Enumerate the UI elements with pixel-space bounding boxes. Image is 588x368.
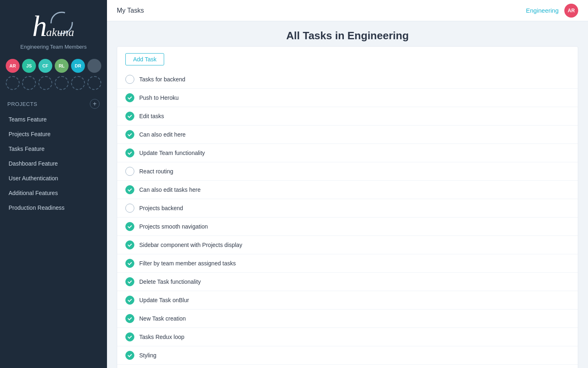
logo-area: h akuna Engineering Team Members	[0, 0, 107, 55]
avatar-empty-2[interactable]	[22, 76, 36, 90]
task-checkbox[interactable]	[125, 222, 134, 231]
task-checkbox[interactable]	[125, 167, 134, 176]
sidebar-item-additional-features[interactable]: Additional Features	[0, 186, 107, 200]
task-checkbox[interactable]	[125, 185, 134, 194]
sidebar-item-projects-feature[interactable]: Projects Feature	[0, 127, 107, 141]
team-label: Engineering Team Members	[20, 43, 87, 51]
avatar-empty-6[interactable]	[87, 76, 101, 90]
task-name: Update Team functionality	[139, 150, 205, 156]
header-title: My Tasks	[117, 7, 144, 14]
task-checkbox[interactable]	[125, 204, 134, 213]
task-item: Styling	[117, 346, 578, 364]
task-checkbox[interactable]	[125, 351, 134, 360]
sidebar: h akuna Engineering Team Members AR JS C…	[0, 0, 107, 368]
sidebar-item-dashboard-feature[interactable]: Dashboard Feature	[0, 156, 107, 171]
task-item: Projects smooth navigation	[117, 217, 578, 236]
avatar-empty-4[interactable]	[55, 76, 69, 90]
task-name: Can also edit here	[139, 131, 186, 138]
task-item: Projects backend	[117, 199, 578, 217]
avatar-ar[interactable]: AR	[6, 59, 20, 73]
task-name: Tasks for backend	[139, 76, 185, 83]
svg-text:akuna: akuna	[46, 26, 74, 38]
page-heading-area: All Tasks in Engineering	[107, 21, 588, 46]
task-item: Filter by team member assigned tasks	[117, 254, 578, 272]
task-checkbox[interactable]	[125, 332, 134, 341]
add-task-button[interactable]: Add Task	[125, 53, 164, 65]
svg-text:h: h	[32, 10, 47, 41]
task-checkbox[interactable]	[125, 277, 134, 286]
task-item: Update Team functionality	[117, 144, 578, 162]
task-checkbox[interactable]	[125, 112, 134, 121]
task-item: Update Task onBlur	[117, 291, 578, 309]
task-checkbox[interactable]	[125, 93, 134, 102]
projects-header: Projects +	[0, 92, 107, 112]
header-team-link[interactable]: Engineering	[526, 7, 559, 14]
task-item: Single page Dashboard	[117, 364, 578, 368]
avatar-empty-1[interactable]	[6, 76, 20, 90]
page-heading: All Tasks in Engineering	[107, 29, 588, 42]
task-checkbox[interactable]	[125, 240, 134, 249]
task-name: New Task creation	[139, 315, 186, 322]
avatars-section: AR JS CF RL DR	[0, 55, 107, 92]
header: My Tasks Engineering AR	[107, 0, 588, 21]
task-checkbox[interactable]	[125, 259, 134, 268]
projects-list: Teams Feature Projects Feature Tasks Fea…	[0, 112, 107, 215]
task-item: Sidebar component with Projects display	[117, 236, 578, 254]
task-item: Delete Task functionality	[117, 272, 578, 291]
avatar-row-1: AR JS CF RL DR	[6, 59, 101, 73]
tasks-card: Add Task Tasks for backendPush to Heroku…	[117, 46, 578, 368]
projects-label: Projects	[7, 101, 37, 107]
task-item: Can also edit here	[117, 125, 578, 144]
task-checkbox[interactable]	[125, 314, 134, 323]
avatar-cf[interactable]: CF	[38, 59, 52, 73]
task-name: Styling	[139, 352, 156, 359]
task-item: Push to Heroku	[117, 88, 578, 107]
task-name: Sidebar component with Projects display	[139, 242, 242, 248]
task-item: New Task creation	[117, 309, 578, 328]
task-name: Projects smooth navigation	[139, 223, 208, 230]
task-name: Update Task onBlur	[139, 297, 189, 303]
task-name: Filter by team member assigned tasks	[139, 260, 236, 267]
task-item: Tasks for backend	[117, 70, 578, 88]
add-project-button[interactable]: +	[90, 99, 100, 109]
task-item: React routing	[117, 162, 578, 180]
task-item: Tasks Redux loop	[117, 328, 578, 346]
tasks-container: Add Task Tasks for backendPush to Heroku…	[107, 46, 588, 368]
logo-icon: h akuna	[29, 8, 78, 41]
task-name: Push to Heroku	[139, 94, 179, 101]
main-content: My Tasks Engineering AR All Tasks in Eng…	[107, 0, 588, 368]
avatar-partial[interactable]	[87, 59, 101, 73]
task-name: Delete Task functionality	[139, 278, 201, 285]
task-checkbox[interactable]	[125, 75, 134, 84]
avatar-empty-5[interactable]	[71, 76, 85, 90]
task-checkbox[interactable]	[125, 148, 134, 157]
task-name: Can also edit tasks here	[139, 186, 200, 193]
task-name: Tasks Redux loop	[139, 334, 185, 340]
avatar-row-2	[6, 76, 101, 90]
avatar-dr[interactable]: DR	[71, 59, 85, 73]
sidebar-item-teams-feature[interactable]: Teams Feature	[0, 112, 107, 127]
avatar-js[interactable]: JS	[22, 59, 36, 73]
task-item: Can also edit tasks here	[117, 180, 578, 199]
tasks-list: Tasks for backendPush to HerokuEdit task…	[117, 70, 578, 368]
task-name: Projects backend	[139, 205, 183, 211]
sidebar-item-user-authentication[interactable]: User Authentication	[0, 171, 107, 186]
avatar-rl[interactable]: RL	[55, 59, 69, 73]
avatar-empty-3[interactable]	[38, 76, 52, 90]
task-item: Edit tasks	[117, 107, 578, 125]
task-checkbox[interactable]	[125, 130, 134, 139]
header-right: Engineering AR	[526, 4, 578, 18]
header-user-avatar[interactable]: AR	[564, 4, 578, 18]
task-name: React routing	[139, 168, 173, 175]
sidebar-item-production-readiness[interactable]: Production Readiness	[0, 200, 107, 215]
task-name: Edit tasks	[139, 113, 164, 119]
sidebar-item-tasks-feature[interactable]: Tasks Feature	[0, 141, 107, 156]
task-checkbox[interactable]	[125, 296, 134, 305]
